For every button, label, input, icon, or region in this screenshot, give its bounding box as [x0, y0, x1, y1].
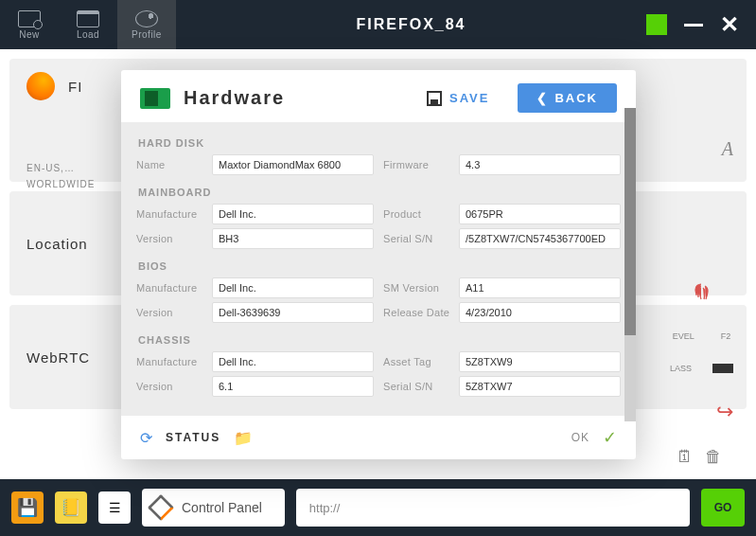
back-arrow-icon: ❮	[536, 91, 549, 105]
note-icon: 📒	[61, 497, 81, 518]
window-title: FIREFOX_84	[176, 16, 646, 33]
save-label: SAVE	[449, 91, 489, 105]
profile-name-partial: FI	[68, 79, 82, 95]
save-button[interactable]: SAVE	[427, 91, 489, 106]
bios-manufacture-input[interactable]: Dell Inc.	[212, 277, 374, 298]
level-label-partial: EVEL	[673, 331, 694, 341]
mb-product-label: Product	[383, 208, 453, 220]
ch-manufacture-input[interactable]: Dell Inc.	[212, 351, 374, 372]
webrtc-label: WebRTC	[26, 349, 90, 366]
minimize-button[interactable]	[684, 24, 703, 27]
scrollbar[interactable]	[624, 108, 636, 421]
modal-title: Hardware	[184, 87, 413, 109]
bios-manufacture-label: Manufacture	[136, 282, 206, 294]
load-label: Load	[77, 29, 99, 40]
ch-manufacture-label: Manufacture	[136, 356, 206, 367]
hardware-icon	[140, 88, 170, 109]
ch-version-input[interactable]: 6.1	[212, 376, 374, 397]
ch-serial-input[interactable]: 5Z8TXW7	[459, 376, 621, 397]
region-label: WORLDWIDE	[26, 179, 95, 189]
locale-label: EN-US,…	[26, 163, 95, 173]
ch-version-label: Version	[136, 381, 206, 392]
bios-version-label: Version	[136, 307, 206, 318]
bottombar-save-button[interactable]: 💾	[11, 491, 44, 524]
hd-name-input[interactable]: Maxtor DiamondMax 6800	[212, 154, 374, 175]
go-label: GO	[714, 501, 732, 514]
mainboard-section-title: MAINBOARD	[136, 179, 621, 204]
new-icon	[18, 10, 41, 27]
class-label-partial: LASS	[670, 364, 692, 373]
url-text: http://	[309, 501, 341, 515]
f2-label: F2	[721, 331, 731, 341]
mb-manufacture-input[interactable]: Dell Inc.	[212, 204, 374, 224]
bios-release-label: Release Date	[383, 307, 453, 318]
bios-release-input[interactable]: 4/23/2010	[459, 302, 621, 323]
go-button[interactable]: GO	[701, 489, 745, 527]
module-icons: 🗓 🗑	[677, 447, 722, 467]
hd-name-label: Name	[136, 159, 206, 170]
chassis-section-title: CHASSIS	[136, 327, 621, 351]
control-panel-label: Control Panel	[182, 500, 262, 515]
status-indicator	[646, 14, 667, 35]
bottombar-list-button[interactable]: ☰	[98, 491, 131, 524]
control-panel-icon	[149, 496, 172, 519]
fingerprint-icon	[690, 282, 712, 305]
mb-version-label: Version	[136, 233, 206, 244]
back-button[interactable]: ❮BACK	[518, 83, 617, 113]
close-button[interactable]: ✕	[720, 11, 739, 38]
load-icon	[77, 10, 99, 27]
profile-icon	[135, 10, 158, 27]
profile-button[interactable]: Profile	[117, 0, 176, 49]
list-icon: ☰	[109, 500, 121, 515]
arrow-redirect-icon: ↪	[716, 400, 733, 424]
profile-label: Profile	[132, 29, 162, 40]
mb-serial-label: Serial S/N	[383, 233, 453, 244]
refresh-icon[interactable]: ⟳	[140, 429, 152, 447]
ch-serial-label: Serial S/N	[383, 381, 453, 392]
new-button[interactable]: New	[0, 0, 59, 49]
bios-section-title: BIOS	[136, 253, 621, 277]
hardware-modal: Hardware SAVE ❮BACK HARD DISK NameMaxtor…	[121, 70, 636, 459]
control-panel-button[interactable]: Control Panel	[142, 489, 285, 527]
trash-icon: 🗑	[705, 447, 722, 467]
bottombar-notes-button[interactable]: 📒	[55, 491, 87, 524]
firefox-icon	[26, 72, 55, 100]
load-button[interactable]: Load	[59, 0, 117, 49]
bios-smversion-label: SM Version	[383, 282, 453, 294]
dark-swatch	[712, 364, 733, 373]
ch-asset-input[interactable]: 5Z8TXW9	[459, 351, 621, 372]
bios-smversion-input[interactable]: A11	[459, 277, 621, 298]
back-label: BACK	[554, 91, 598, 105]
harddisk-section-title: HARD DISK	[136, 130, 621, 154]
save-icon	[427, 91, 442, 106]
ok-label: OK	[571, 431, 589, 444]
letter-icon: A	[722, 138, 733, 160]
hd-firmware-label: Firmware	[383, 159, 453, 170]
check-icon[interactable]: ✓	[603, 427, 617, 448]
location-label: Location	[26, 236, 88, 252]
url-input[interactable]: http://	[296, 489, 690, 527]
fingerprint-group: EVEL F2 LASS	[670, 282, 733, 373]
redirect-group: ↪	[716, 400, 733, 424]
status-label: STATUS	[166, 431, 220, 444]
calendar-icon: 🗓	[677, 447, 694, 467]
mb-version-input[interactable]: BH3	[212, 228, 374, 249]
mb-product-input[interactable]: 0675PR	[459, 204, 621, 224]
bios-version-input[interactable]: Dell-3639639	[212, 302, 374, 323]
mb-manufacture-label: Manufacture	[136, 208, 206, 220]
scroll-thumb[interactable]	[624, 108, 636, 335]
floppy-icon: 💾	[17, 497, 38, 518]
hd-firmware-input[interactable]: 4.3	[459, 154, 621, 175]
folder-icon[interactable]: 📁	[234, 429, 253, 447]
new-label: New	[19, 29, 40, 40]
mb-serial-input[interactable]: /5Z8TXW7/CN5745367700ED	[459, 228, 621, 249]
ch-asset-label: Asset Tag	[383, 356, 453, 367]
